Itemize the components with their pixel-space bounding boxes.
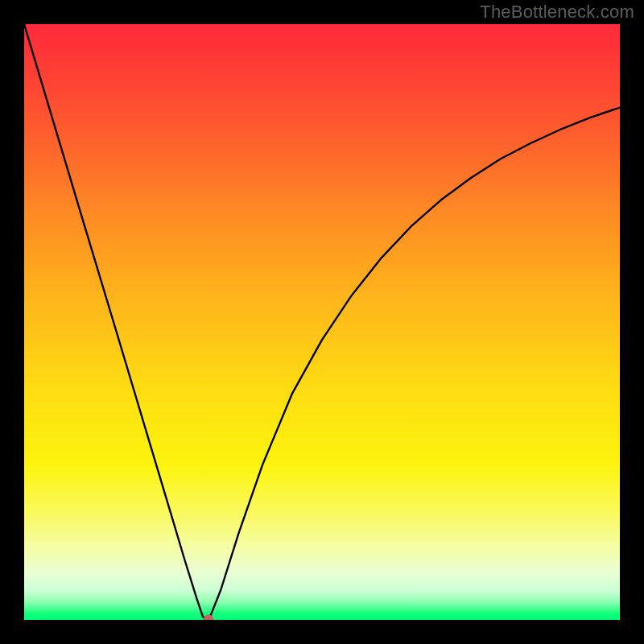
plot-area: [24, 24, 620, 620]
minimum-marker: [204, 615, 214, 621]
watermark-text: TheBottleneck.com: [480, 2, 634, 23]
curve-svg: [24, 24, 620, 620]
bottleneck-curve: [24, 24, 620, 620]
chart-frame: TheBottleneck.com: [0, 0, 644, 644]
